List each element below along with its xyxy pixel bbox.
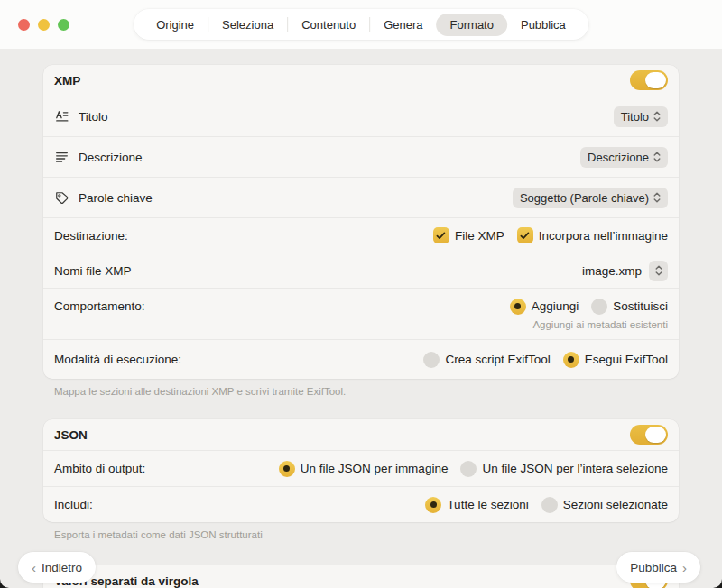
minimize-button[interactable] <box>38 19 50 31</box>
xmp-section: XMP Titolo Titolo <box>43 65 679 379</box>
step-tabbar: Origine Seleziona Contenuto Genera Forma… <box>134 9 588 40</box>
radio-sostituisci-label: Sostituisci <box>613 299 668 313</box>
descrizione-dropdown[interactable]: Descrizione <box>580 147 668 168</box>
checkbox-checked-icon <box>517 227 533 243</box>
radio-unselected-icon <box>542 497 558 513</box>
xmp-section-title: XMP <box>54 74 80 87</box>
radio-unselected-icon <box>423 352 440 368</box>
ambito-output-row: Ambito di output: Un file JSON per immag… <box>43 450 679 486</box>
xmp-header-row: XMP <box>43 65 679 96</box>
radio-sezioni-selezionate-label: Sezioni selezionate <box>563 498 668 511</box>
parole-chiave-dropdown[interactable]: Soggetto (Parole chiave) <box>513 188 668 208</box>
destinazione-row: Destinazione: File XMP Incorpora nell’im… <box>43 217 679 253</box>
descrizione-label: Descrizione <box>79 151 143 164</box>
checkbox-file-xmp-label: File XMP <box>455 229 504 243</box>
radio-esegui-exiftool-label: Esegui ExifTool <box>585 353 668 366</box>
radio-tutte-le-sezioni-label: Tutte le sezioni <box>447 498 528 511</box>
comportamento-label: Comportamento: <box>54 299 145 313</box>
filename-stepper[interactable] <box>649 261 668 281</box>
publish-button-label: Pubblica <box>630 561 677 574</box>
includi-label: Includi: <box>54 498 93 511</box>
content-area: XMP Titolo Titolo <box>0 65 722 588</box>
nomi-file-label: Nomi file XMP <box>54 264 132 278</box>
tag-icon <box>54 190 69 206</box>
radio-selected-icon <box>563 352 579 368</box>
publish-button[interactable]: Pubblica › <box>616 552 700 583</box>
descrizione-row: Descrizione Descrizione <box>43 136 679 177</box>
xmp-toggle[interactable] <box>630 70 668 90</box>
checkbox-checked-icon <box>433 227 449 243</box>
radio-selected-icon <box>425 497 441 513</box>
radio-unselected-icon <box>460 461 477 477</box>
csv-header-row: Valori separati da virgola <box>43 565 679 588</box>
parole-chiave-dropdown-value: Soggetto (Parole chiave) <box>520 191 649 205</box>
comportamento-note: Aggiungi ai metadati esistenti <box>532 319 668 330</box>
titolo-dropdown-value: Titolo <box>621 110 649 124</box>
back-button[interactable]: ‹ Indietro <box>18 552 96 583</box>
json-section: JSON Ambito di output: Un file JSON per … <box>43 419 679 522</box>
checkbox-file-xmp[interactable]: File XMP <box>433 227 504 243</box>
back-button-label: Indietro <box>42 561 82 574</box>
modalita-label: Modalità di esecuzione: <box>54 353 181 366</box>
tab-seleziona[interactable]: Seleziona <box>208 14 287 36</box>
tab-pubblica[interactable]: Pubblica <box>507 14 579 36</box>
tab-formato[interactable]: Formato <box>437 14 507 36</box>
chevron-up-down-icon <box>655 265 662 276</box>
json-toggle[interactable] <box>630 425 668 445</box>
traffic-lights <box>18 19 69 31</box>
tab-contenuto[interactable]: Contenuto <box>288 14 369 36</box>
modalita-esecuzione-row: Modalità di esecuzione: Crea script Exif… <box>43 339 679 379</box>
zoom-button[interactable] <box>58 19 69 31</box>
radio-crea-script[interactable]: Crea script ExifTool <box>423 352 550 368</box>
textformat-icon <box>54 109 69 124</box>
tab-origine[interactable]: Origine <box>143 14 208 36</box>
parole-chiave-label: Parole chiave <box>79 191 153 205</box>
radio-json-intera-selezione-label: Un file JSON per l’intera selezione <box>482 462 668 475</box>
checkbox-incorpora[interactable]: Incorpora nell’immagine <box>517 227 668 243</box>
descrizione-dropdown-value: Descrizione <box>588 151 649 164</box>
app-window: Origine Seleziona Contenuto Genera Forma… <box>0 0 722 588</box>
radio-sostituisci[interactable]: Sostituisci <box>591 299 668 315</box>
radio-crea-script-label: Crea script ExifTool <box>445 353 550 366</box>
json-header-row: JSON <box>43 419 679 450</box>
titolo-dropdown[interactable]: Titolo <box>614 106 668 127</box>
xmp-footnote: Mappa le sezioni alle destinazioni XMP e… <box>54 386 668 397</box>
comportamento-row: Comportamento: Aggiungi Sostituisci Aggi… <box>43 288 679 339</box>
destinazione-label: Destinazione: <box>54 229 128 243</box>
xmp-filename-value: image.xmp <box>582 264 642 278</box>
chevron-left-icon: ‹ <box>32 561 36 574</box>
nomi-file-row: Nomi file XMP image.xmp <box>43 253 679 288</box>
radio-json-intera-selezione[interactable]: Un file JSON per l’intera selezione <box>460 461 668 477</box>
chevron-up-down-icon <box>653 192 661 203</box>
textlines-icon <box>54 150 69 165</box>
radio-aggiungi-label: Aggiungi <box>532 299 579 313</box>
ambito-output-label: Ambito di output: <box>54 462 145 475</box>
csv-section: Valori separati da virgola <box>43 565 679 588</box>
toggle-knob <box>645 72 666 88</box>
parole-chiave-row: Parole chiave Soggetto (Parole chiave) <box>43 177 679 217</box>
titlebar: Origine Seleziona Contenuto Genera Forma… <box>0 0 722 49</box>
tab-genera[interactable]: Genera <box>370 14 436 36</box>
titolo-row: Titolo Titolo <box>43 96 679 136</box>
radio-json-per-immagine-label: Un file JSON per immagine <box>301 462 449 475</box>
toggle-knob <box>645 427 666 443</box>
radio-tutte-le-sezioni[interactable]: Tutte le sezioni <box>425 497 528 513</box>
radio-unselected-icon <box>591 299 607 315</box>
checkbox-incorpora-label: Incorpora nell’immagine <box>539 229 668 243</box>
radio-sezioni-selezionate[interactable]: Sezioni selezionate <box>542 497 668 513</box>
radio-aggiungi[interactable]: Aggiungi <box>510 299 579 315</box>
radio-selected-icon <box>279 461 295 477</box>
radio-esegui-exiftool[interactable]: Esegui ExifTool <box>563 352 668 368</box>
titolo-label: Titolo <box>79 110 108 124</box>
radio-json-per-immagine[interactable]: Un file JSON per immagine <box>279 461 449 477</box>
radio-selected-icon <box>510 299 526 315</box>
includi-row: Includi: Tutte le sezioni Sezioni selezi… <box>43 486 679 522</box>
close-button[interactable] <box>18 19 30 31</box>
chevron-up-down-icon <box>653 111 661 122</box>
chevron-right-icon: › <box>682 561 687 574</box>
chevron-up-down-icon <box>653 152 661 162</box>
json-section-title: JSON <box>54 428 88 442</box>
json-footnote: Esporta i metadati come dati JSON strutt… <box>54 529 668 540</box>
